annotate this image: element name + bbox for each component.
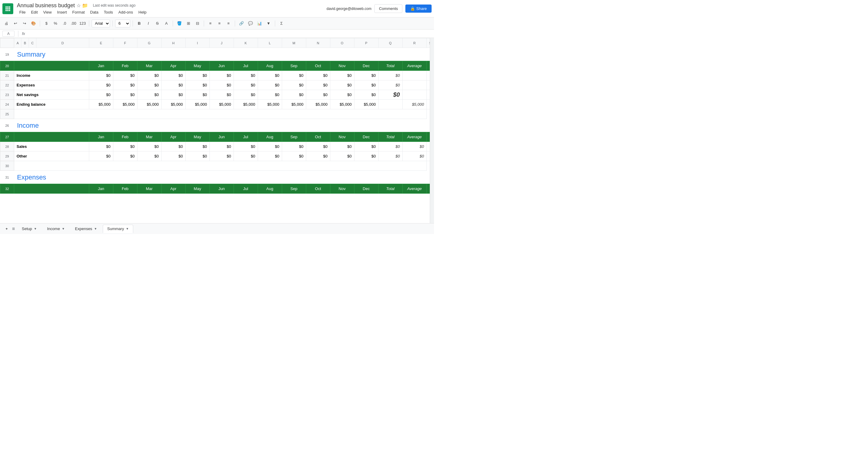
filter-button[interactable]: ▼ <box>265 20 273 27</box>
app-logo <box>2 3 13 14</box>
undo-button[interactable]: ↩ <box>11 20 19 27</box>
bold-button[interactable]: B <box>135 20 143 27</box>
text-color-button[interactable]: A <box>162 20 170 27</box>
row-32: 32 Jan Feb Mar Apr May Jun Jul Aug Sep O… <box>0 184 434 194</box>
row-20: 20 Jan Feb Mar Apr May Jun Jul Aug Sep O… <box>0 61 434 71</box>
sales-label: Sales <box>14 142 89 152</box>
user-email: david.george@ditoweb.com <box>327 7 372 11</box>
functions-button[interactable]: Σ <box>278 20 285 27</box>
row-28: 28 Sales $0$0$0$0 $0$0$0$0 $0$0$0$0 $0 $… <box>0 142 434 152</box>
income-label: Income <box>14 71 89 80</box>
row-27: 27 Jan Feb Mar Apr May Jun Jul Aug Sep O… <box>0 132 434 142</box>
tab-summary[interactable]: Summary ▼ <box>103 225 133 233</box>
row-19: 19 Summary <box>0 48 434 61</box>
menu-view[interactable]: View <box>41 9 54 15</box>
menu-data[interactable]: Data <box>88 9 101 15</box>
align-right-button[interactable]: ≡ <box>224 20 232 27</box>
font-size-select[interactable]: 6 <box>115 20 130 27</box>
align-center-button[interactable]: ≡ <box>216 20 223 27</box>
row-31: 31 Expenses <box>0 171 434 184</box>
row-22: 22 Expenses $0$0$0$0 $0$0$0$0 $0$0$0$0 $… <box>0 80 434 90</box>
paint-format-button[interactable]: 🎨 <box>30 20 37 27</box>
row-26: 26 Income <box>0 119 434 132</box>
top-right: david.george@ditoweb.com Comments 🔒 Shar… <box>327 4 432 13</box>
redo-button[interactable]: ↪ <box>21 20 28 27</box>
share-button[interactable]: 🔒 Share <box>405 4 432 13</box>
row-21: 21 Income $0$0$0$0 $0$0$0$0 $0$0$0$0 $0 <box>0 71 434 80</box>
font-select[interactable]: Arial <box>92 20 110 27</box>
folder-icon[interactable]: 📁 <box>82 3 88 8</box>
row-25: 25 <box>0 109 434 119</box>
decimal-increase-button[interactable]: .00 <box>70 20 78 27</box>
star-icon[interactable]: ☆ <box>76 3 81 8</box>
percent-button[interactable]: % <box>52 20 59 27</box>
fx-label: fx <box>22 31 25 36</box>
fill-color-button[interactable]: 🪣 <box>176 20 183 27</box>
other-label: Other <box>14 152 89 161</box>
tab-setup[interactable]: Setup ▼ <box>17 225 41 233</box>
income-section-title: Income <box>14 119 427 132</box>
menu-tools[interactable]: Tools <box>101 9 115 15</box>
svg-rect-0 <box>5 6 10 11</box>
doc-title-area: Annual business budget ☆ 📁 Last edit was… <box>17 2 327 15</box>
menu-insert[interactable]: Insert <box>55 9 69 15</box>
number-format-button[interactable]: 123 <box>79 20 87 27</box>
menu-edit[interactable]: Edit <box>29 9 40 15</box>
currency-button[interactable]: $ <box>42 20 50 27</box>
menu-help[interactable]: Help <box>136 9 149 15</box>
row-30: 30 <box>0 161 434 171</box>
expenses-label: Expenses <box>14 80 89 90</box>
spreadsheet: A B C D E F G H I J K L M N O P Q <box>0 38 434 194</box>
sheet-container: A B C D E F G H I J K L M N O P Q <box>0 38 434 223</box>
print-button[interactable]: 🖨 <box>2 20 10 27</box>
net-savings-label: Net savings <box>14 90 89 100</box>
comment-button[interactable]: 💬 <box>247 20 254 27</box>
ending-balance-label: Ending balance <box>14 100 89 109</box>
row-23: 23 Net savings $0 $0 $0 $0 $0 $0 $0 $0 $… <box>0 90 434 100</box>
formula-input[interactable] <box>27 31 432 36</box>
cell-reference: A <box>2 31 14 37</box>
sheet-main[interactable]: A B C D E F G H I J K L M N O P Q <box>0 38 434 223</box>
menu-format[interactable]: Format <box>70 9 87 15</box>
rn-19: 19 <box>0 48 14 61</box>
menu-addons[interactable]: Add-ons <box>116 9 135 15</box>
add-sheet-button[interactable]: + <box>2 225 11 233</box>
last-edit: Last edit was seconds ago <box>93 3 135 7</box>
toolbar: 🖨 ↩ ↪ 🎨 $ % .0 .00 123 Arial 6 B I S A 🪣… <box>0 18 434 30</box>
tab-setup-arrow: ▼ <box>34 227 37 230</box>
tab-bar: + ≡ Setup ▼ Income ▼ Expenses ▼ Summary … <box>0 223 434 234</box>
row-29: 29 Other $0$0$0$0 $0$0$0$0 $0$0$0$0 $0 $… <box>0 152 434 161</box>
tab-expenses[interactable]: Expenses ▼ <box>70 225 101 233</box>
merge-button[interactable]: ⊟ <box>193 20 201 27</box>
strikethrough-button[interactable]: S <box>153 20 161 27</box>
lock-icon: 🔒 <box>410 6 415 11</box>
expenses-section-title: Expenses <box>14 171 427 184</box>
chart-button[interactable]: 📊 <box>255 20 264 27</box>
doc-title[interactable]: Annual business budget <box>17 2 75 9</box>
top-bar: Annual business budget ☆ 📁 Last edit was… <box>0 0 434 18</box>
link-button[interactable]: 🔗 <box>238 20 245 27</box>
tab-summary-arrow: ▼ <box>126 227 129 230</box>
italic-button[interactable]: I <box>144 20 152 27</box>
tab-income[interactable]: Income ▼ <box>42 225 69 233</box>
tab-list-button[interactable]: ≡ <box>12 226 15 232</box>
align-left-button[interactable]: ≡ <box>207 20 214 27</box>
vertical-scrollbar[interactable] <box>430 38 434 223</box>
decimal-decrease-button[interactable]: .0 <box>61 20 68 27</box>
menu-file[interactable]: File <box>17 9 28 15</box>
row-24: 24 Ending balance $5,000 $5,000 $5,000 $… <box>0 100 434 109</box>
summary-title: Summary <box>14 48 427 61</box>
tab-expenses-arrow: ▼ <box>94 227 97 230</box>
menu-bar: File Edit View Insert Format Data Tools … <box>17 9 327 15</box>
borders-button[interactable]: ⊞ <box>184 20 192 27</box>
comments-button[interactable]: Comments <box>374 4 402 13</box>
tab-income-arrow: ▼ <box>62 227 65 230</box>
formula-bar: A fx <box>0 30 434 38</box>
col-header-row: A B C D E F G H I J K L M N O P Q <box>0 38 434 48</box>
